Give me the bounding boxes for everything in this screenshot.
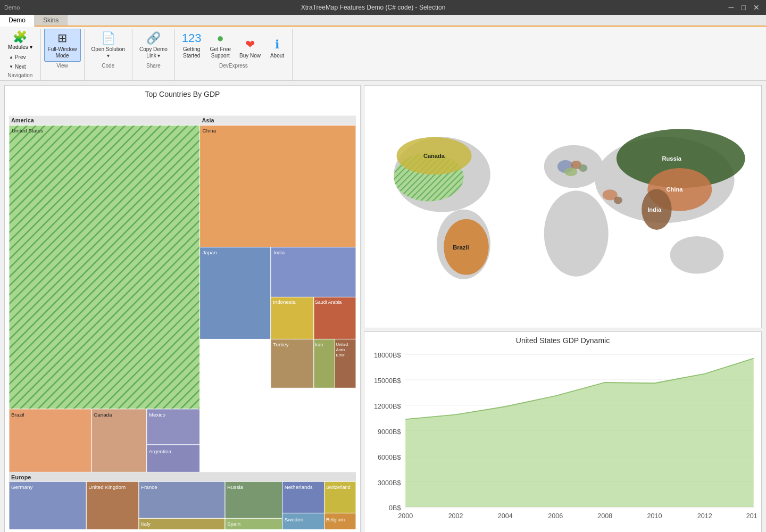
svg-text:Saudi Arabia: Saudi Arabia bbox=[315, 300, 342, 305]
ribbon-group-navigation: 🧩 Modules ▾ ▲ Prev ▼ Next Navigation bbox=[0, 29, 41, 80]
svg-text:Sweden: Sweden bbox=[285, 517, 304, 522]
share-items: 🔗 Copy DemoLink ▾ bbox=[136, 29, 171, 62]
svg-text:Spain: Spain bbox=[227, 521, 240, 527]
svg-text:China: China bbox=[203, 128, 217, 134]
svg-text:2010: 2010 bbox=[647, 513, 662, 520]
right-panels: Canada Brazil Russia China India bbox=[364, 85, 762, 532]
world-map-panel: Canada Brazil Russia China India bbox=[364, 85, 762, 328]
svg-text:9000B$: 9000B$ bbox=[378, 428, 401, 436]
close-button[interactable]: ✕ bbox=[751, 3, 762, 12]
svg-text:2004: 2004 bbox=[498, 513, 513, 520]
svg-text:Iran: Iran bbox=[315, 342, 323, 347]
svg-rect-12 bbox=[200, 247, 271, 339]
svg-text:2014: 2014 bbox=[746, 513, 757, 520]
full-window-button[interactable]: ⊞ Full-WindowMode bbox=[44, 29, 81, 62]
minimize-button[interactable]: ─ bbox=[727, 3, 736, 12]
title-bar-controls: ─ □ ✕ bbox=[727, 3, 762, 12]
svg-text:2008: 2008 bbox=[597, 513, 612, 520]
ribbon-group-code: 📄 Open Solution▾ Code bbox=[85, 29, 132, 80]
nav-items: 🧩 Modules ▾ ▲ Prev ▼ Next bbox=[3, 29, 37, 71]
tab-demo[interactable]: Demo bbox=[0, 15, 35, 27]
svg-point-87 bbox=[564, 168, 577, 176]
code-items: 📄 Open Solution▾ bbox=[88, 29, 129, 62]
svg-text:India: India bbox=[647, 206, 662, 213]
svg-rect-10 bbox=[200, 125, 356, 247]
svg-text:America: America bbox=[11, 117, 35, 123]
svg-text:2012: 2012 bbox=[697, 513, 712, 520]
svg-marker-105 bbox=[405, 359, 753, 507]
title-bar-title: XtraTreeMap Features Demo (C# code) - Se… bbox=[301, 4, 446, 11]
title-bar: Demo XtraTreeMap Features Demo (C# code)… bbox=[0, 0, 766, 15]
ribbon-group-view: ⊞ Full-WindowMode View bbox=[41, 29, 85, 80]
svg-rect-6 bbox=[9, 125, 200, 409]
svg-text:3000B$: 3000B$ bbox=[378, 479, 401, 487]
devexpress-items: 123 GettingStarted ● Get FreeSupport ❤ B… bbox=[178, 29, 289, 62]
code-group-label: Code bbox=[102, 63, 114, 69]
svg-point-88 bbox=[579, 164, 587, 172]
svg-text:Arab: Arab bbox=[336, 347, 345, 352]
svg-text:Emir...: Emir... bbox=[336, 353, 347, 358]
svg-text:United Kingdom: United Kingdom bbox=[88, 484, 126, 490]
svg-text:Russia: Russia bbox=[662, 155, 682, 162]
svg-rect-36 bbox=[9, 472, 356, 481]
ribbon: 🧩 Modules ▾ ▲ Prev ▼ Next Navigation ⊞ F… bbox=[0, 27, 766, 81]
svg-point-71 bbox=[544, 190, 609, 276]
view-group-label: View bbox=[56, 63, 68, 69]
getting-started-button[interactable]: 123 GettingStarted bbox=[178, 29, 205, 62]
treemap-container: Top Countries By GDP America bbox=[4, 85, 361, 532]
buy-now-button[interactable]: ❤ Buy Now bbox=[236, 35, 264, 62]
svg-text:India: India bbox=[273, 250, 285, 255]
svg-text:Italy: Italy bbox=[141, 521, 151, 527]
prev-button[interactable]: ▲ Prev bbox=[5, 53, 29, 62]
treemap-title: Top Countries By GDP bbox=[9, 90, 356, 98]
svg-text:Turkey: Turkey bbox=[273, 342, 289, 347]
svg-text:6000B$: 6000B$ bbox=[378, 454, 401, 461]
svg-text:Europe: Europe bbox=[11, 474, 31, 480]
copy-demo-link-button[interactable]: 🔗 Copy DemoLink ▾ bbox=[136, 29, 171, 62]
svg-text:Switzerland: Switzerland bbox=[326, 485, 351, 490]
main-content: Top Countries By GDP America bbox=[0, 81, 766, 532]
svg-text:Canada: Canada bbox=[423, 153, 445, 159]
svg-text:Asia: Asia bbox=[202, 117, 215, 123]
svg-text:Netherlands: Netherlands bbox=[285, 484, 313, 490]
about-button[interactable]: ℹ About bbox=[265, 35, 289, 62]
tab-bar: Demo Skins bbox=[0, 15, 766, 27]
open-solution-button[interactable]: 📄 Open Solution▾ bbox=[88, 29, 129, 62]
share-group-label: Share bbox=[146, 63, 161, 69]
svg-text:Argentina: Argentina bbox=[149, 448, 172, 454]
svg-text:0B$: 0B$ bbox=[389, 505, 401, 512]
svg-text:Russia: Russia bbox=[227, 484, 244, 490]
svg-text:United: United bbox=[336, 342, 348, 347]
treemap-body[interactable]: America United States Asia China Japan I… bbox=[9, 102, 356, 529]
gdp-chart-panel: United States GDP Dynamic 18000B$ 15000B… bbox=[364, 331, 762, 532]
svg-text:2002: 2002 bbox=[448, 513, 463, 520]
svg-text:Japan: Japan bbox=[203, 250, 217, 255]
svg-rect-44 bbox=[139, 518, 225, 529]
svg-text:2006: 2006 bbox=[548, 513, 563, 520]
svg-text:Canada: Canada bbox=[94, 412, 112, 418]
svg-text:Germany: Germany bbox=[11, 484, 33, 490]
svg-text:12000B$: 12000B$ bbox=[374, 403, 401, 410]
svg-text:Belgium: Belgium bbox=[326, 517, 345, 522]
svg-text:Mexico: Mexico bbox=[149, 412, 166, 418]
svg-text:Brazil: Brazil bbox=[11, 412, 24, 418]
svg-text:18000B$: 18000B$ bbox=[374, 352, 401, 360]
svg-text:United States: United States bbox=[12, 128, 43, 134]
gdp-chart-area: 18000B$ 15000B$ 12000B$ 9000B$ 6000B$ 30… bbox=[369, 347, 757, 529]
svg-text:2000: 2000 bbox=[398, 513, 413, 520]
restore-button[interactable]: □ bbox=[739, 3, 748, 12]
next-button[interactable]: ▼ Next bbox=[5, 62, 29, 71]
ribbon-group-share: 🔗 Copy DemoLink ▾ Share bbox=[132, 29, 175, 80]
tab-skins[interactable]: Skins bbox=[35, 15, 68, 26]
view-items: ⊞ Full-WindowMode bbox=[44, 29, 81, 62]
get-free-support-button[interactable]: ● Get FreeSupport bbox=[206, 29, 235, 62]
svg-text:Brazil: Brazil bbox=[453, 244, 469, 251]
modules-button[interactable]: 🧩 Modules ▾ bbox=[3, 29, 37, 52]
svg-point-73 bbox=[670, 236, 724, 274]
svg-rect-8 bbox=[200, 116, 356, 126]
svg-point-90 bbox=[614, 196, 622, 204]
svg-text:15000B$: 15000B$ bbox=[374, 377, 401, 385]
title-bar-app-name: Demo bbox=[4, 4, 20, 11]
svg-text:Indonesia: Indonesia bbox=[273, 299, 296, 305]
devexpress-group-label: DevExpress bbox=[219, 63, 248, 69]
